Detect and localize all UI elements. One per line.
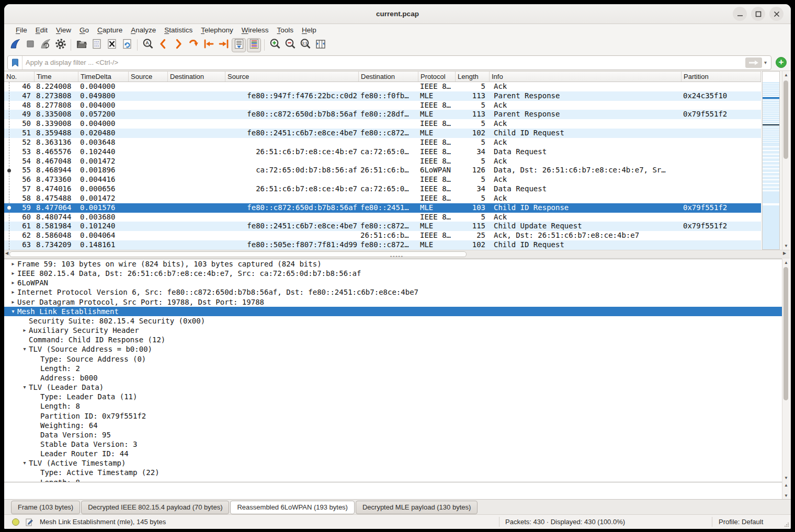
packet-row[interactable]: 478.2738080.049800fe80::947f:f476:22bc:c… — [4, 91, 761, 101]
menu-item-file[interactable]: File — [12, 26, 31, 34]
menu-item-help[interactable]: Help — [298, 26, 321, 34]
scroll-down-arrow[interactable]: ▼ — [782, 476, 790, 480]
first-packet-button[interactable] — [201, 38, 215, 52]
expander-closed-icon[interactable]: ▸ — [9, 297, 17, 307]
byte-view-tab[interactable]: Decrypted IEEE 802.15.4 payload (70 byte… — [81, 501, 229, 514]
packet-row[interactable]: 538.4655760.10244026:51:c6:b7:e8:ce:4b:e… — [4, 147, 761, 157]
menu-item-tools[interactable]: Tools — [273, 26, 298, 34]
menu-item-analyze[interactable]: Analyze — [127, 26, 160, 34]
packet-minimap[interactable] — [762, 71, 780, 250]
packet-row[interactable]: 468.2240080.004000IEEE 8…5Ack — [4, 82, 761, 91]
detail-line[interactable]: ▾Mesh Link Establishment — [4, 307, 782, 316]
scroll-down-arrow[interactable]: ▼ — [782, 493, 790, 498]
detail-line[interactable]: Type: Leader Data (11) — [4, 392, 782, 401]
packet-row[interactable]: 508.3390080.004000IEEE 8…5Ack — [4, 119, 761, 129]
packet-row[interactable]: 588.4754880.001472IEEE 8…5Ack — [4, 194, 761, 203]
zoom-in-button[interactable] — [268, 38, 282, 52]
vscroll-thumb[interactable] — [783, 80, 788, 159]
menu-item-view[interactable]: View — [52, 26, 75, 34]
zoom-out-button[interactable] — [283, 38, 297, 52]
last-packet-button[interactable] — [217, 38, 231, 52]
column-header-info[interactable]: Info — [490, 72, 682, 82]
column-header-proto[interactable]: Protocol — [418, 72, 456, 82]
detail-line[interactable]: ▾TLV (Leader Data) — [4, 383, 782, 392]
previous-packet-button[interactable] — [156, 38, 170, 52]
maximize-button[interactable] — [751, 7, 765, 21]
detail-line[interactable]: Partition ID: 0x79f551f2 — [4, 411, 782, 421]
apply-filter-button[interactable] — [745, 57, 762, 68]
packet-row[interactable]: 518.3594880.020480fe80::2451:c6b7:e8ce:4… — [4, 129, 761, 138]
scroll-up-arrow[interactable]: ▲ — [782, 483, 790, 488]
detail-line[interactable]: Command: Child ID Response (12) — [4, 335, 782, 344]
colorize-button[interactable] — [247, 38, 261, 52]
detail-line[interactable]: ▸IEEE 802.15.4 Data, Dst: 26:51:c6:b7:e8… — [4, 269, 782, 278]
resize-grip[interactable] — [784, 522, 789, 527]
detail-line[interactable]: Length: 8 — [4, 478, 782, 482]
packet-row[interactable]: 488.2778080.004000IEEE 8…5Ack — [4, 101, 761, 110]
detail-line[interactable]: ▾TLV (Active Timestamp) — [4, 458, 782, 468]
expander-open-icon[interactable]: ▾ — [21, 458, 28, 468]
detail-line[interactable]: Type: Source Address (0) — [4, 354, 782, 364]
minimize-button[interactable] — [733, 7, 747, 21]
filter-history-dropdown[interactable]: ▾ — [764, 60, 767, 65]
byte-view-tab[interactable]: Reassembled 6LoWPAN (193 bytes) — [230, 501, 354, 514]
resize-columns-button[interactable] — [313, 38, 327, 52]
column-header-len[interactable]: Length — [456, 72, 490, 82]
filter-bookmark-button[interactable] — [8, 56, 22, 70]
column-header-src2[interactable]: Source — [225, 72, 359, 82]
expander-closed-icon[interactable]: ▸ — [9, 287, 17, 297]
menu-item-wireless[interactable]: Wireless — [237, 26, 273, 34]
expander-open-icon[interactable]: ▾ — [9, 307, 17, 316]
close-file-button[interactable] — [105, 38, 119, 52]
detail-line[interactable]: Type: Active Timestamp (22) — [4, 468, 782, 477]
reload-file-button[interactable] — [120, 38, 134, 52]
open-file-button[interactable] — [74, 38, 88, 52]
menu-item-edit[interactable]: Edit — [31, 26, 52, 34]
find-packet-button[interactable]: A — [141, 38, 155, 52]
packet-row[interactable]: 638.7342090.148161fe80::505e:f807:7f81:4… — [4, 240, 761, 250]
expert-info-button[interactable] — [12, 518, 20, 528]
menu-item-capture[interactable]: Capture — [93, 26, 127, 34]
restart-capture-button[interactable] — [38, 38, 52, 52]
column-header-time[interactable]: Time — [35, 72, 78, 82]
detail-line[interactable]: ▸6LoWPAN — [4, 278, 782, 287]
packet-row[interactable]: 618.5819840.101240fe80::2451:c6b7:e8ce:4… — [4, 222, 761, 231]
column-header-dst2[interactable]: Destination — [359, 72, 418, 82]
detail-line[interactable]: Length: 2 — [4, 364, 782, 373]
scroll-up-arrow[interactable]: ▲ — [782, 260, 790, 265]
stop-capture-button[interactable] — [23, 38, 37, 52]
column-header-delta[interactable]: TimeDelta — [78, 72, 129, 82]
column-header-no[interactable]: No. — [4, 72, 35, 82]
start-capture-button[interactable] — [8, 38, 22, 52]
expander-closed-icon[interactable]: ▸ — [21, 326, 28, 335]
detail-line[interactable]: ▸Frame 59: 103 bytes on wire (824 bits),… — [4, 259, 782, 269]
column-header-part[interactable]: Partition — [682, 72, 761, 82]
detail-line[interactable]: ▸Auxiliary Security Header — [4, 326, 782, 335]
packet-row[interactable]: 548.4670480.001472IEEE 8…5Ack — [4, 157, 761, 166]
capture-options-button[interactable] — [53, 38, 67, 52]
packet-row[interactable]: 498.3350080.057200fe80::c872:650d:b7b8:5… — [4, 110, 761, 119]
detail-line[interactable]: Leader Router ID: 44 — [4, 449, 782, 458]
go-to-packet-button[interactable] — [186, 38, 200, 52]
expander-open-icon[interactable]: ▾ — [21, 344, 28, 354]
close-button[interactable] — [769, 7, 783, 21]
column-header-src1[interactable]: Source — [129, 72, 168, 82]
byte-view-tab[interactable]: Decrypted MLE payload (130 bytes) — [356, 501, 478, 514]
packet-row[interactable]: 598.4770640.001576fe80::c872:650d:b7b8:5… — [4, 203, 761, 213]
detail-line[interactable]: ▸User Datagram Protocol, Src Port: 19788… — [4, 297, 782, 307]
scroll-down-arrow[interactable]: ▼ — [782, 244, 790, 248]
display-filter-input[interactable] — [22, 59, 745, 66]
bytes-vscrollbar[interactable]: ▲ ▼ — [782, 482, 790, 499]
column-header-dst1[interactable]: Destination — [168, 72, 225, 82]
expander-closed-icon[interactable]: ▸ — [9, 259, 17, 269]
packet-row[interactable]: 558.4689440.001896ca:72:65:0d:b7:b8:56:a… — [4, 166, 761, 175]
scroll-up-arrow[interactable]: ▲ — [782, 73, 790, 77]
packet-row[interactable]: 568.4733600.004416IEEE 8…5Ack — [4, 175, 761, 184]
menu-item-statistics[interactable]: Statistics — [160, 26, 197, 34]
packet-list-vscrollbar[interactable]: ▲ ▼ — [782, 71, 790, 250]
packet-row[interactable]: 628.5860480.00406426:51:c6:b…IEEE 8…25Ac… — [4, 231, 761, 240]
save-file-button[interactable] — [89, 38, 104, 52]
capture-comment-button[interactable] — [25, 518, 34, 528]
detail-line[interactable]: Length: 8 — [4, 401, 782, 411]
detail-line[interactable]: Security Suite: 802.15.4 Security (0x00) — [4, 316, 782, 326]
